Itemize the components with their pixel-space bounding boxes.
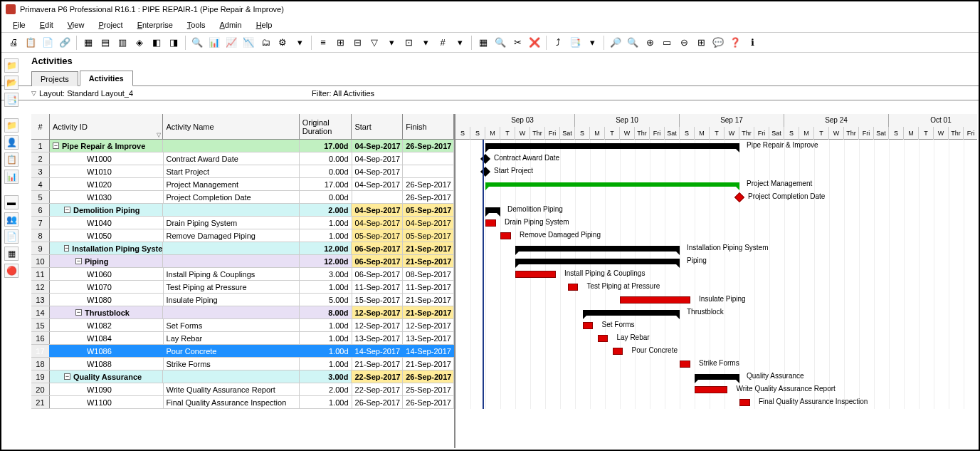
gantt-row[interactable]: Contract Award Date [455,152,977,165]
filter-label[interactable]: Filter: All Activities [312,89,971,98]
expand-icon[interactable]: − [64,373,70,380]
col-num[interactable]: # [31,114,50,139]
toolbar-btn-13[interactable]: 📊 [206,35,222,51]
toolbar-btn-33[interactable]: ❌ [527,35,542,51]
toolbar-btn-22[interactable]: ⊟ [349,35,365,51]
toolbar-btn-25[interactable]: ⊡ [401,35,416,51]
task-bar[interactable] [515,271,556,278]
table-row[interactable]: 17W1086Pour Concrete1.00d14-Sep-201714-S… [31,345,454,358]
toolbar-btn-2[interactable]: 📄 [40,35,56,51]
gantt-row[interactable]: Quality Assurance [455,370,977,383]
summary-bar[interactable] [515,246,680,252]
col-duration[interactable]: Original Duration [300,114,352,139]
toolbar-btn-41[interactable]: ⊕ [642,35,658,51]
toolbar-btn-32[interactable]: ✂ [510,35,525,51]
table-row[interactable]: 19−Quality Assurance3.00d22-Sep-201726-S… [31,370,454,383]
gantt-row[interactable]: Piping [455,255,977,268]
dock-btn-0[interactable]: 📁 [4,58,19,73]
gantt-row[interactable]: Strike Forms [455,358,977,370]
expand-icon[interactable]: − [75,309,82,316]
table-row[interactable]: 13W1080Insulate Piping5.00d15-Sep-201721… [31,294,454,306]
toolbar-btn-9[interactable]: ◧ [149,35,164,51]
task-bar[interactable] [680,361,690,368]
menu-view[interactable]: View [62,19,90,31]
summary-bar[interactable] [485,182,739,187]
toolbar-btn-44[interactable]: ⊞ [693,35,709,51]
dock-btn-2[interactable]: 📑 [4,93,19,107]
task-bar[interactable] [695,386,727,393]
task-bar[interactable] [613,348,623,355]
toolbar-btn-47[interactable]: ℹ [744,35,760,51]
toolbar-btn-5[interactable]: ▦ [80,35,96,51]
task-bar[interactable] [500,232,511,239]
summary-bar[interactable] [583,310,680,316]
toolbar-btn-7[interactable]: ▥ [115,35,130,51]
toolbar-btn-8[interactable]: ◈ [132,35,147,51]
toolbar-btn-0[interactable]: 🖨 [6,35,21,51]
task-bar[interactable] [568,284,579,291]
gantt-row[interactable]: Test Piping at Pressure [455,281,977,294]
task-bar[interactable] [583,322,594,329]
menu-project[interactable]: Project [93,19,128,31]
menu-help[interactable]: Help [251,19,278,31]
task-bar[interactable] [485,219,496,227]
menu-enterprise[interactable]: Enterprise [132,19,179,31]
toolbar-btn-10[interactable]: ◨ [166,35,181,51]
gantt-row[interactable]: Set Forms [455,319,977,332]
table-row[interactable]: 1−Pipe Repair & Improve17.00d04-Sep-2017… [31,140,454,152]
gantt-row[interactable]: Demolition Piping [455,204,977,217]
gantt-row[interactable]: Insulate Piping [455,294,977,306]
toolbar-btn-43[interactable]: ⊖ [676,35,692,51]
layout-chevron-icon[interactable]: ▽ [31,90,36,97]
table-row[interactable]: 11W1060Install Piping & Couplings3.00d06… [31,268,454,281]
toolbar-btn-46[interactable]: ❓ [727,35,743,51]
menu-admin[interactable]: Admin [214,19,247,31]
col-finish[interactable]: Finish [403,114,454,139]
toolbar-btn-30[interactable]: ▦ [475,35,491,51]
toolbar-btn-14[interactable]: 📈 [223,35,239,51]
toolbar-btn-39[interactable]: 🔎 [608,35,623,51]
toolbar-btn-26[interactable]: ▾ [418,35,433,51]
task-bar[interactable] [739,399,750,406]
menu-tools[interactable]: Tools [181,19,211,31]
toolbar-btn-42[interactable]: ▭ [659,35,675,51]
toolbar-btn-12[interactable]: 🔍 [189,35,205,51]
toolbar-btn-35[interactable]: ⤴ [550,35,566,51]
toolbar-btn-37[interactable]: ▾ [584,35,600,51]
col-activity-id[interactable]: Activity ID▽ [50,114,163,139]
gantt-row[interactable]: Pipe Repair & Improve [455,140,977,152]
table-row[interactable]: 15W1082Set Forms1.00d12-Sep-201712-Sep-2… [31,319,454,332]
toolbar-btn-21[interactable]: ⊞ [332,35,348,51]
summary-bar[interactable] [485,143,739,149]
table-row[interactable]: 18W1088Strike Forms1.00d21-Sep-201721-Se… [31,358,454,370]
toolbar-btn-15[interactable]: 📉 [241,35,256,51]
gantt-row[interactable]: Pour Concrete [455,345,977,358]
tab-activities[interactable]: Activities [80,71,133,86]
gantt-row[interactable]: Installation Piping System [455,242,977,255]
gantt-row[interactable]: Start Project [455,165,977,178]
gantt-row[interactable]: Project Completion Date [455,191,977,204]
summary-bar[interactable] [515,259,680,264]
toolbar-btn-28[interactable]: ▾ [452,35,468,51]
toolbar-btn-6[interactable]: ▤ [98,35,113,51]
table-row[interactable]: 6−Demolition Piping2.00d04-Sep-201705-Se… [31,204,454,217]
dock-btn-1[interactable]: 📂 [4,76,19,90]
menu-edit[interactable]: Edit [34,19,59,31]
layout-name[interactable]: Layout: Standard Layout_4 [39,89,133,98]
table-row[interactable]: 16W1084Lay Rebar1.00d13-Sep-201713-Sep-2… [31,332,454,345]
toolbar-btn-45[interactable]: 💬 [710,35,726,51]
tab-projects[interactable]: Projects [31,71,78,86]
gantt-chart[interactable]: SSMTWThrFriSatSMTWThrFriSatSMTWThrFriSat… [455,114,977,448]
table-row[interactable]: 14−Thrustblock8.00d12-Sep-201721-Sep-201… [31,306,454,319]
gantt-row[interactable]: Install Piping & Couplings [455,268,977,281]
expand-icon[interactable]: − [64,207,70,213]
expand-icon[interactable]: − [75,258,82,264]
toolbar-btn-23[interactable]: ▽ [367,35,382,51]
table-row[interactable]: 20W1090Write Quality Assurance Report2.0… [31,383,454,396]
toolbar-btn-24[interactable]: ▾ [384,35,399,51]
gantt-row[interactable]: Project Management [455,178,977,191]
summary-bar[interactable] [485,207,500,213]
gantt-row[interactable]: Write Quality Assurance Report [455,383,977,396]
toolbar-btn-27[interactable]: # [435,35,451,51]
toolbar-btn-3[interactable]: 🔗 [57,35,73,51]
